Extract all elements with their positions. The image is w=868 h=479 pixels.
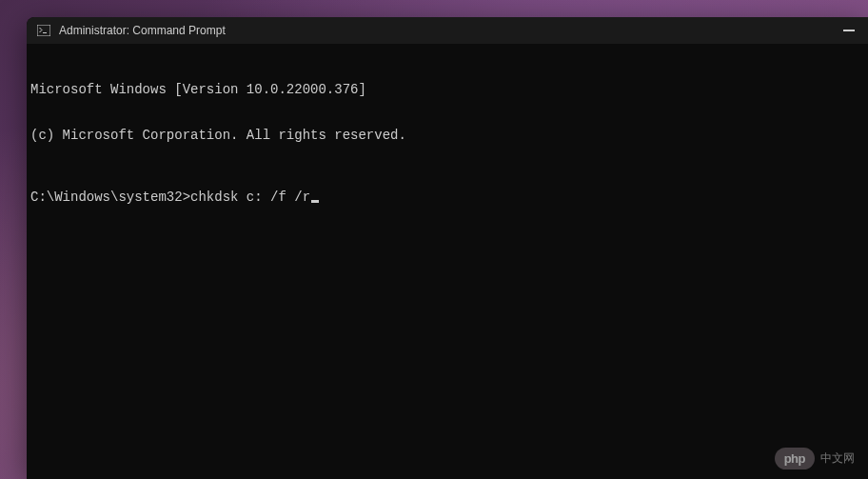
version-line: Microsoft Windows [Version 10.0.22000.37… <box>30 82 864 97</box>
copyright-line: (c) Microsoft Corporation. All rights re… <box>30 128 864 143</box>
window-title: Administrator: Command Prompt <box>59 24 843 37</box>
command-input[interactable]: chkdsk c: /f /r <box>190 190 310 205</box>
text-cursor <box>311 200 319 203</box>
window-controls <box>843 30 860 31</box>
minimize-button[interactable] <box>843 30 855 31</box>
prompt-path: C:\Windows\system32> <box>30 190 190 205</box>
watermark-logo: php <box>775 448 815 469</box>
cmd-icon <box>36 23 51 38</box>
watermark-text: 中文网 <box>820 450 855 467</box>
terminal-output[interactable]: Microsoft Windows [Version 10.0.22000.37… <box>27 44 868 243</box>
prompt-line: C:\Windows\system32>chkdsk c: /f /r <box>30 190 864 205</box>
cmd-window: Administrator: Command Prompt Microsoft … <box>27 17 868 479</box>
svg-rect-0 <box>37 25 50 36</box>
titlebar[interactable]: Administrator: Command Prompt <box>27 17 868 44</box>
watermark: php 中文网 <box>775 448 855 469</box>
